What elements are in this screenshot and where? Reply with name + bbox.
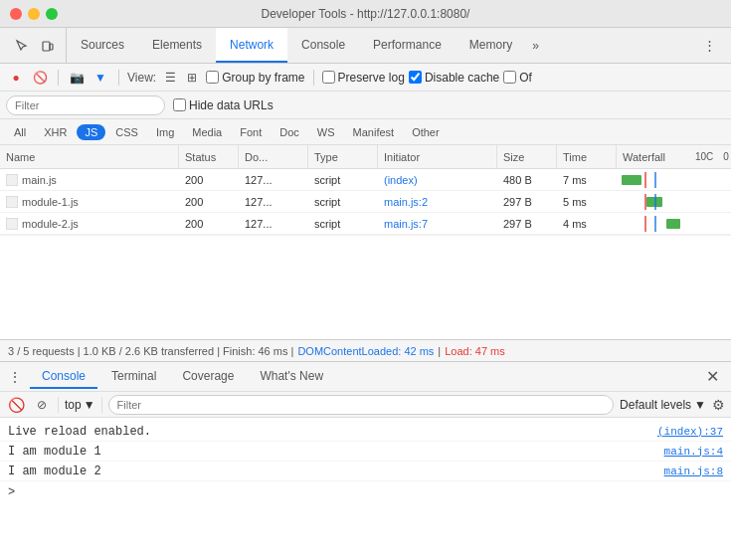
toolbar-divider-1 <box>58 70 59 86</box>
tab-sources[interactable]: Sources <box>67 28 138 63</box>
tab-overflow-icon[interactable]: » <box>526 28 545 63</box>
console-source[interactable]: main.js:8 <box>664 466 723 477</box>
th-name[interactable]: Name <box>0 145 179 168</box>
level-selector[interactable]: Default levels ▼ <box>620 398 706 412</box>
th-domain[interactable]: Do... <box>239 145 308 168</box>
th-time[interactable]: Time <box>557 145 617 168</box>
devtools-menu-button[interactable]: ⋮ <box>697 34 721 58</box>
network-toolbar: ● 🚫 📷 ▼ View: ☰ ⊞ Group by frame Preserv… <box>0 64 731 92</box>
table-header: Name Status Do... Type Initiator Size Ti… <box>0 145 731 169</box>
console-tab-coverage[interactable]: Coverage <box>170 365 246 389</box>
grid-view-icon[interactable]: ⊞ <box>182 68 202 88</box>
main-tabs-bar: Sources Elements Network Console Perform… <box>0 28 731 64</box>
tab-network[interactable]: Network <box>216 28 287 63</box>
clear-button[interactable]: 🚫 <box>30 68 50 88</box>
title-bar: Developer Tools - http://127.0.0.1:8080/ <box>0 0 731 28</box>
td-name: module-2.js <box>0 213 179 234</box>
type-tab-doc[interactable]: Doc <box>272 124 307 140</box>
minimize-button[interactable] <box>28 8 40 20</box>
tab-console[interactable]: Console <box>287 28 359 63</box>
td-waterfall <box>617 169 731 190</box>
traffic-lights <box>10 8 58 20</box>
th-type[interactable]: Type <box>308 145 378 168</box>
td-initiator[interactable]: (index) <box>378 169 497 190</box>
console-tab-terminal[interactable]: Terminal <box>99 365 168 389</box>
td-type: script <box>308 191 378 212</box>
list-view-icon[interactable]: ☰ <box>160 68 180 88</box>
main-content: ● 🚫 📷 ▼ View: ☰ ⊞ Group by frame Preserv… <box>0 64 731 560</box>
td-initiator[interactable]: main.js:2 <box>378 191 497 212</box>
td-domain: 127... <box>239 169 308 190</box>
type-tab-ws[interactable]: WS <box>309 124 343 140</box>
console-close-button[interactable]: ✕ <box>700 367 725 386</box>
console-row: I am module 2 main.js:8 <box>0 462 731 481</box>
tab-memory[interactable]: Memory <box>456 28 526 63</box>
offline-checkbox[interactable]: Of <box>503 71 532 85</box>
table-row[interactable]: main.js 200 127... script (index) 480 B … <box>0 169 731 191</box>
window-title: Developer Tools - http://127.0.0.1:8080/ <box>262 7 470 21</box>
console-prompt[interactable]: > <box>0 481 731 503</box>
th-initiator[interactable]: Initiator <box>378 145 497 168</box>
tab-elements[interactable]: Elements <box>138 28 216 63</box>
table-row[interactable]: module-1.js 200 127... script main.js:2 … <box>0 191 731 213</box>
type-tab-media[interactable]: Media <box>184 124 230 140</box>
type-tab-other[interactable]: Other <box>404 124 448 140</box>
type-tab-js[interactable]: JS <box>77 124 105 140</box>
td-initiator[interactable]: main.js:7 <box>378 213 497 234</box>
console-settings-icon[interactable]: ⚙ <box>712 397 725 413</box>
svg-rect-1 <box>50 44 53 50</box>
device-icon[interactable] <box>36 34 60 58</box>
console-clear-icon[interactable]: 🚫 <box>6 395 26 415</box>
td-waterfall <box>617 191 731 212</box>
console-source[interactable]: main.js:4 <box>664 446 723 458</box>
th-status[interactable]: Status <box>179 145 239 168</box>
filter-input[interactable] <box>6 95 165 115</box>
console-tab-whats-new[interactable]: What's New <box>248 365 335 389</box>
console-row: Live reload enabled. (index):37 <box>0 422 731 442</box>
td-time: 7 ms <box>557 169 617 190</box>
td-status: 200 <box>179 213 239 234</box>
maximize-button[interactable] <box>46 8 58 20</box>
view-icons: ☰ ⊞ <box>160 68 202 88</box>
console-text: I am module 1 <box>8 445 101 459</box>
td-size: 297 B <box>497 213 557 234</box>
dom-content-loaded-status: DOMContentLoaded: 42 ms <box>297 345 434 357</box>
inspect-icon[interactable] <box>10 34 34 58</box>
th-waterfall[interactable]: Waterfall 10C 0 ms <box>617 145 731 168</box>
type-tab-css[interactable]: CSS <box>107 124 146 140</box>
close-button[interactable] <box>10 8 22 20</box>
tab-performance[interactable]: Performance <box>359 28 456 63</box>
console-source[interactable]: (index):37 <box>657 426 723 438</box>
record-button[interactable]: ● <box>6 68 26 88</box>
context-selector[interactable]: top ▼ <box>65 398 95 412</box>
console-toolbar-divider-2 <box>101 397 102 413</box>
th-size[interactable]: Size <box>497 145 557 168</box>
console-toolbar: 🚫 ⊘ top ▼ Default levels ▼ ⚙ <box>0 392 731 418</box>
preserve-log-checkbox[interactable]: Preserve log <box>322 71 405 85</box>
td-type: script <box>308 213 378 234</box>
type-tab-xhr[interactable]: XHR <box>36 124 75 140</box>
status-bar: 3 / 5 requests | 1.0 KB / 2.6 KB transfe… <box>0 339 731 361</box>
console-row: I am module 1 main.js:4 <box>0 442 731 462</box>
type-tab-manifest[interactable]: Manifest <box>345 124 403 140</box>
type-tab-font[interactable]: Font <box>232 124 270 140</box>
disable-cache-checkbox[interactable]: Disable cache <box>409 71 499 85</box>
toolbar-divider-3 <box>313 70 314 86</box>
table-row[interactable]: module-2.js 200 127... script main.js:7 … <box>0 213 731 235</box>
table-rows: main.js 200 127... script (index) 480 B … <box>0 169 731 235</box>
type-tab-all[interactable]: All <box>6 124 34 140</box>
console-panel: ⋮ Console Terminal Coverage What's New ✕… <box>0 361 731 560</box>
console-filter-input[interactable] <box>108 395 614 415</box>
console-tab-console[interactable]: Console <box>30 365 97 389</box>
console-block-icon[interactable]: ⊘ <box>32 395 52 415</box>
td-waterfall <box>617 213 731 234</box>
group-by-frame-checkbox[interactable]: Group by frame <box>206 71 304 85</box>
hide-data-urls-checkbox[interactable]: Hide data URLs <box>173 98 274 112</box>
camera-icon[interactable]: 📷 <box>67 68 87 88</box>
filter-bar: Hide data URLs <box>0 92 731 119</box>
td-time: 4 ms <box>557 213 617 234</box>
filter-icon[interactable]: ▼ <box>91 68 110 88</box>
console-more-icon[interactable]: ⋮ <box>6 368 24 386</box>
type-tab-img[interactable]: Img <box>148 124 182 140</box>
svg-rect-2 <box>6 174 18 186</box>
